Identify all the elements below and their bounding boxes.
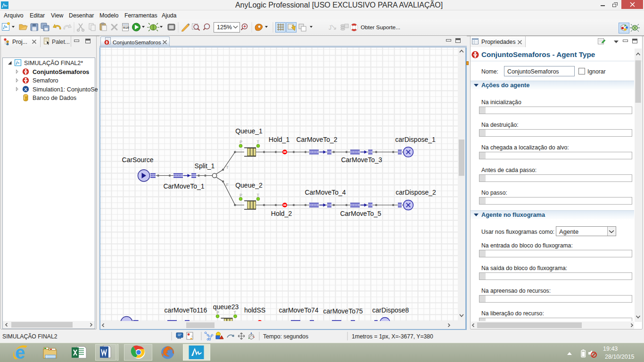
svg-text:010: 010 xyxy=(123,26,129,30)
svg-text:CarMoveTo_4: CarMoveTo_4 xyxy=(305,189,346,196)
svg-text:carDispose_1: carDispose_1 xyxy=(395,136,436,143)
svg-text:T: T xyxy=(256,193,259,197)
svg-text:T: T xyxy=(226,165,229,170)
svg-text:Hold_1: Hold_1 xyxy=(269,136,290,143)
svg-text:125%: 125% xyxy=(217,24,232,31)
svg-text:P: P xyxy=(216,310,219,315)
svg-text:Queue_2: Queue_2 xyxy=(235,181,263,189)
svg-text:carMoveTo75: carMoveTo75 xyxy=(323,307,363,315)
svg-text:carDispose_2: carDispose_2 xyxy=(396,189,436,196)
svg-text:Hold_2: Hold_2 xyxy=(271,210,292,217)
svg-text:CarMoveTo_2: CarMoveTo_2 xyxy=(296,136,337,143)
svg-text:carDispose8: carDispose8 xyxy=(372,306,409,314)
svg-text:P: P xyxy=(239,193,242,197)
svg-text:Obter Suporte...: Obter Suporte... xyxy=(361,24,400,31)
svg-text:T: T xyxy=(233,310,236,315)
svg-text:P: P xyxy=(239,140,242,144)
svg-text:CarMoveTo_3: CarMoveTo_3 xyxy=(341,156,382,164)
svg-text:holdSS: holdSS xyxy=(244,306,265,314)
svg-text:carMoveTo74: carMoveTo74 xyxy=(279,306,318,314)
svg-text:CarMoveTo_5: CarMoveTo_5 xyxy=(340,210,381,217)
svg-text:Queue_1: Queue_1 xyxy=(235,127,263,135)
svg-text:F: F xyxy=(226,182,228,187)
svg-text:CarSource: CarSource xyxy=(122,156,154,164)
svg-text:T: T xyxy=(256,140,259,144)
svg-text:carMoveTo116: carMoveTo116 xyxy=(165,306,207,314)
svg-text:X: X xyxy=(24,87,27,92)
svg-text:queue23: queue23 xyxy=(213,303,239,311)
svg-text:Split_1: Split_1 xyxy=(195,162,215,170)
svg-text:CarMoveTo_1: CarMoveTo_1 xyxy=(163,182,204,190)
svg-text:J: J xyxy=(329,25,331,31)
